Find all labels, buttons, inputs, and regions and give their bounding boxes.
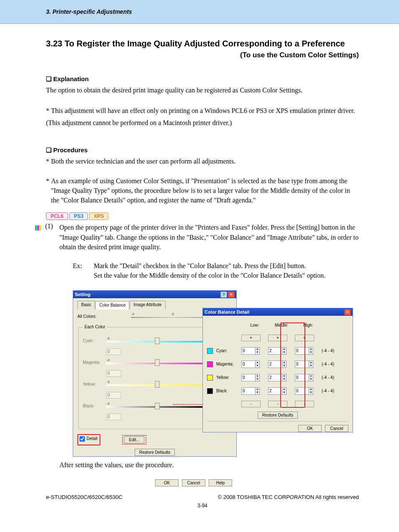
restore-defaults-button[interactable]: Restore Defaults — [135, 449, 175, 456]
edit-highlight: Edit... — [122, 435, 146, 445]
bullet-square-icon: ❏ — [46, 146, 53, 153]
black-slider[interactable]: -44 — [106, 401, 208, 411]
black-detail-label: Black: — [216, 388, 241, 394]
middle-col-label: Middle: — [268, 322, 295, 329]
magenta-swatch-icon — [207, 361, 213, 367]
explanation-body-2: This adjustment will have an effect only… — [51, 106, 355, 115]
tab-color-balance[interactable]: Color Balance — [95, 301, 129, 309]
magenta-high-spinner[interactable]: ▲▼ — [295, 361, 313, 368]
asterisk-icon: * — [46, 176, 49, 205]
low-plus-button[interactable]: + — [241, 335, 261, 341]
detail-restore-defaults-button[interactable]: Restore Defaults — [258, 412, 298, 419]
detail-ok-button[interactable]: OK — [298, 425, 322, 432]
detail-highlight: Detail: — [77, 434, 100, 445]
low-col-label: Low: — [241, 322, 268, 329]
section-subtitle: (To use the Custom Color Settings) — [46, 51, 359, 59]
cyan-range: (-4 - 4) — [322, 348, 337, 354]
asterisk-icon: * — [46, 106, 49, 115]
section-number: 3.23 — [46, 39, 62, 48]
yellow-range: (-4 - 4) — [322, 375, 337, 381]
tab-image-attribute[interactable]: Image Attribute — [130, 301, 165, 309]
detail-checkbox[interactable]: Detail: — [79, 436, 98, 442]
magenta-slider[interactable]: -44 — [106, 358, 208, 368]
edit-button[interactable]: Edit... — [124, 436, 144, 443]
yellow-detail-label: Yellow: — [216, 375, 241, 381]
svg-rect-1 — [37, 225, 39, 230]
svg-rect-0 — [35, 225, 37, 230]
step-number: (1) — [45, 223, 57, 472]
ok-button[interactable]: OK — [155, 479, 179, 486]
magenta-label: Magenta: — [83, 360, 104, 366]
cyan-swatch-icon — [207, 348, 213, 354]
driver-tag-xps: XPS — [89, 212, 108, 220]
asterisk-icon: * — [46, 156, 49, 166]
detail-cancel-button[interactable]: Cancel — [325, 425, 348, 432]
low-minus-button[interactable]: - — [241, 401, 261, 407]
driver-tag-ps3: PS3 — [69, 212, 88, 220]
magenta-middle-spinner[interactable]: ▲▼ — [268, 361, 286, 368]
black-low-spinner[interactable]: ▲▼ — [241, 387, 260, 395]
black-range: (-4 - 4) — [322, 388, 337, 394]
yellow-label: Yellow: — [83, 381, 104, 388]
detail-dialog-titlebar: Color Balance Detail × — [203, 308, 353, 316]
cyan-value: 0 — [106, 348, 121, 355]
black-middle-spinner[interactable]: ▲▼ — [268, 387, 286, 395]
example-label: Ex: — [73, 261, 85, 280]
section-title-text: To Register the Image Quality Adjusted C… — [65, 39, 345, 48]
color-balance-detail-dialog: Color Balance Detail × Low: Middle: High… — [202, 308, 353, 432]
explanation-body-1: The option to obtain the desired print i… — [46, 85, 359, 95]
step-text: Open the property page of the printer dr… — [59, 224, 358, 250]
footer-page-number: 3-94 — [46, 503, 359, 509]
footer-copyright: © 2008 TOSHIBA TEC CORPORATION All right… — [218, 494, 359, 500]
footer-model: e-STUDIO5520C/6520C/6530C — [46, 494, 123, 500]
cyan-high-spinner[interactable]: ▲▼ — [295, 347, 313, 355]
yellow-slider[interactable]: -44 — [106, 379, 208, 389]
example-line-2: Set the value for the Middle density of … — [94, 271, 325, 280]
help-icon[interactable]: ? — [220, 292, 227, 298]
svg-rect-2 — [39, 225, 41, 230]
section-title: 3.23 To Register the Image Quality Adjus… — [46, 39, 359, 49]
high-plus-button[interactable]: + — [295, 335, 314, 341]
procedures-p2: As an example of using Customer Color Se… — [51, 176, 359, 205]
high-col-label: High: — [295, 322, 322, 329]
cyan-middle-spinner[interactable]: ▲▼ — [268, 347, 286, 355]
middle-plus-button[interactable]: + — [268, 335, 287, 341]
detail-dialog-title: Color Balance Detail — [205, 308, 249, 316]
close-icon[interactable]: × — [344, 309, 351, 315]
black-high-spinner[interactable]: ▲▼ — [295, 387, 313, 395]
middle-minus-button[interactable]: - — [268, 401, 287, 407]
page-footer: e-STUDIO5520C/6520C/6530C © 2008 TOSHIBA… — [46, 494, 359, 509]
yellow-middle-spinner[interactable]: ▲▼ — [268, 374, 286, 381]
page-header-band: 3. Printer-specific Adjustments — [0, 0, 399, 24]
tab-basic[interactable]: Basic — [77, 301, 95, 309]
detail-label: Detail: — [87, 436, 98, 442]
close-icon[interactable]: × — [228, 292, 235, 298]
high-minus-button[interactable]: - — [295, 401, 314, 407]
explanation-heading: ❏ Explanation — [46, 75, 359, 83]
cyan-slider[interactable]: -44 — [106, 336, 208, 346]
black-value: 0 — [106, 414, 121, 420]
setting-dialog-titlebar: Setting ? × — [73, 291, 236, 298]
help-button[interactable]: Help — [209, 479, 232, 486]
procedures-p1: Both the service technician and the user… — [51, 156, 235, 166]
all-colors-slider[interactable]: -404 — [131, 312, 214, 322]
bullet-square-icon: ❏ — [46, 75, 53, 82]
cancel-button[interactable]: Cancel — [182, 479, 205, 486]
detail-checkbox-input[interactable] — [79, 436, 85, 442]
explanation-body-3: (This adjustment cannot be performed on … — [46, 118, 359, 128]
yellow-value: 0 — [106, 392, 121, 399]
magenta-low-spinner[interactable]: ▲▼ — [241, 361, 260, 368]
yellow-swatch-icon — [207, 375, 213, 381]
yellow-low-spinner[interactable]: ▲▼ — [241, 374, 260, 381]
black-swatch-icon — [207, 388, 213, 394]
yellow-high-spinner[interactable]: ▲▼ — [295, 374, 313, 381]
setting-dialog-title: Setting — [75, 291, 90, 298]
cyan-low-spinner[interactable]: ▲▼ — [241, 347, 260, 355]
example-line-1: Mark the "Detail" checkbox in the "Color… — [94, 261, 325, 271]
procedures-heading: ❏ Procedures — [46, 146, 359, 154]
cyan-detail-label: Cyan: — [216, 348, 241, 354]
magenta-detail-label: Magenta: — [216, 361, 241, 368]
all-colors-label: All Colors: — [77, 314, 102, 320]
black-label: Black: — [83, 403, 104, 409]
chapter-label: 3. Printer-specific Adjustments — [46, 8, 132, 15]
